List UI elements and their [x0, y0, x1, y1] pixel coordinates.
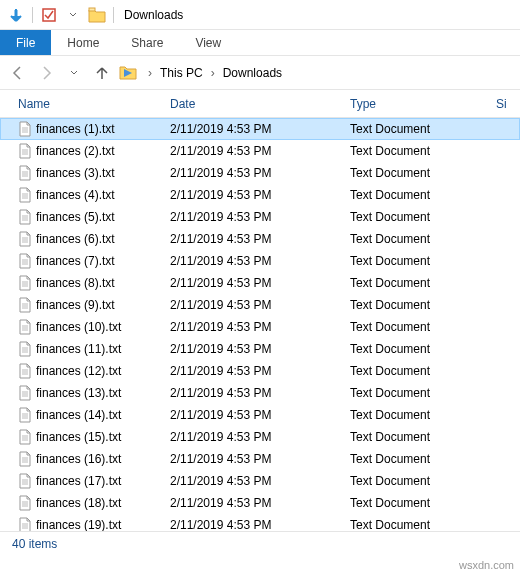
column-date[interactable]: Date: [170, 97, 350, 111]
file-date: 2/11/2019 4:53 PM: [170, 452, 350, 466]
file-type: Text Document: [350, 474, 520, 488]
file-type: Text Document: [350, 320, 520, 334]
text-file-icon: [18, 473, 32, 489]
file-date: 2/11/2019 4:53 PM: [170, 320, 350, 334]
file-type: Text Document: [350, 232, 520, 246]
file-name: finances (2).txt: [36, 144, 115, 158]
chevron-down-icon[interactable]: [63, 5, 83, 25]
svg-rect-0: [43, 9, 55, 21]
file-date: 2/11/2019 4:53 PM: [170, 276, 350, 290]
text-file-icon: [18, 143, 32, 159]
file-date: 2/11/2019 4:53 PM: [170, 254, 350, 268]
text-file-icon: [18, 495, 32, 511]
table-row[interactable]: finances (10).txt2/11/2019 4:53 PMText D…: [0, 316, 520, 338]
file-date: 2/11/2019 4:53 PM: [170, 386, 350, 400]
tab-home[interactable]: Home: [51, 30, 115, 55]
ribbon-tabs: File Home Share View: [0, 30, 520, 56]
file-type: Text Document: [350, 364, 520, 378]
file-name: finances (4).txt: [36, 188, 115, 202]
table-row[interactable]: finances (12).txt2/11/2019 4:53 PMText D…: [0, 360, 520, 382]
file-date: 2/11/2019 4:53 PM: [170, 210, 350, 224]
back-button[interactable]: [6, 61, 30, 85]
watermark: wsxdn.com: [459, 559, 514, 571]
text-file-icon: [18, 275, 32, 291]
table-row[interactable]: finances (16).txt2/11/2019 4:53 PMText D…: [0, 448, 520, 470]
table-row[interactable]: finances (8).txt2/11/2019 4:53 PMText Do…: [0, 272, 520, 294]
table-row[interactable]: finances (15).txt2/11/2019 4:53 PMText D…: [0, 426, 520, 448]
column-type[interactable]: Type: [350, 97, 496, 111]
column-headers: Name Date Type Si: [0, 90, 520, 118]
file-type: Text Document: [350, 518, 520, 532]
table-row[interactable]: finances (9).txt2/11/2019 4:53 PMText Do…: [0, 294, 520, 316]
statusbar: 40 items: [0, 531, 520, 555]
properties-icon[interactable]: [39, 5, 59, 25]
table-row[interactable]: finances (4).txt2/11/2019 4:53 PMText Do…: [0, 184, 520, 206]
table-row[interactable]: finances (14).txt2/11/2019 4:53 PMText D…: [0, 404, 520, 426]
breadcrumb-this-pc[interactable]: This PC: [156, 64, 207, 82]
tab-view[interactable]: View: [179, 30, 237, 55]
text-file-icon: [18, 253, 32, 269]
table-row[interactable]: finances (1).txt2/11/2019 4:53 PMText Do…: [0, 118, 520, 140]
text-file-icon: [18, 209, 32, 225]
text-file-icon: [18, 121, 32, 137]
chevron-right-icon[interactable]: ›: [146, 66, 154, 80]
up-button[interactable]: [90, 61, 114, 85]
file-type: Text Document: [350, 342, 520, 356]
file-name: finances (17).txt: [36, 474, 121, 488]
file-date: 2/11/2019 4:53 PM: [170, 430, 350, 444]
breadcrumb-downloads[interactable]: Downloads: [219, 64, 286, 82]
file-date: 2/11/2019 4:53 PM: [170, 166, 350, 180]
table-row[interactable]: finances (6).txt2/11/2019 4:53 PMText Do…: [0, 228, 520, 250]
file-name: finances (12).txt: [36, 364, 121, 378]
table-row[interactable]: finances (7).txt2/11/2019 4:53 PMText Do…: [0, 250, 520, 272]
column-size[interactable]: Si: [496, 97, 520, 111]
file-name: finances (15).txt: [36, 430, 121, 444]
titlebar: Downloads: [0, 0, 520, 30]
recent-dropdown-icon[interactable]: [62, 61, 86, 85]
file-type: Text Document: [350, 496, 520, 510]
breadcrumb: › This PC › Downloads: [146, 64, 286, 82]
tab-file[interactable]: File: [0, 30, 51, 55]
file-type: Text Document: [350, 408, 520, 422]
file-name: finances (7).txt: [36, 254, 115, 268]
file-list: finances (1).txt2/11/2019 4:53 PMText Do…: [0, 118, 520, 558]
table-row[interactable]: finances (3).txt2/11/2019 4:53 PMText Do…: [0, 162, 520, 184]
column-name[interactable]: Name: [0, 97, 170, 111]
file-type: Text Document: [350, 276, 520, 290]
tab-share[interactable]: Share: [115, 30, 179, 55]
table-row[interactable]: finances (5).txt2/11/2019 4:53 PMText Do…: [0, 206, 520, 228]
forward-button[interactable]: [34, 61, 58, 85]
file-name: finances (9).txt: [36, 298, 115, 312]
chevron-right-icon[interactable]: ›: [209, 66, 217, 80]
text-file-icon: [18, 187, 32, 203]
text-file-icon: [18, 385, 32, 401]
text-file-icon: [18, 165, 32, 181]
down-arrow-icon[interactable]: [6, 5, 26, 25]
file-date: 2/11/2019 4:53 PM: [170, 144, 350, 158]
file-type: Text Document: [350, 188, 520, 202]
table-row[interactable]: finances (11).txt2/11/2019 4:53 PMText D…: [0, 338, 520, 360]
separator: [32, 7, 33, 23]
file-type: Text Document: [350, 122, 519, 136]
file-name: finances (10).txt: [36, 320, 121, 334]
separator: [113, 7, 114, 23]
file-date: 2/11/2019 4:53 PM: [170, 298, 350, 312]
file-type: Text Document: [350, 144, 520, 158]
file-date: 2/11/2019 4:53 PM: [170, 232, 350, 246]
table-row[interactable]: finances (18).txt2/11/2019 4:53 PMText D…: [0, 492, 520, 514]
file-name: finances (14).txt: [36, 408, 121, 422]
address-bar: › This PC › Downloads: [0, 56, 520, 90]
file-type: Text Document: [350, 298, 520, 312]
location-icon[interactable]: [118, 63, 138, 83]
table-row[interactable]: finances (13).txt2/11/2019 4:53 PMText D…: [0, 382, 520, 404]
text-file-icon: [18, 231, 32, 247]
file-name: finances (16).txt: [36, 452, 121, 466]
table-row[interactable]: finances (17).txt2/11/2019 4:53 PMText D…: [0, 470, 520, 492]
file-date: 2/11/2019 4:53 PM: [170, 496, 350, 510]
file-name: finances (3).txt: [36, 166, 115, 180]
file-type: Text Document: [350, 166, 520, 180]
table-row[interactable]: finances (2).txt2/11/2019 4:53 PMText Do…: [0, 140, 520, 162]
file-type: Text Document: [350, 254, 520, 268]
file-name: finances (11).txt: [36, 342, 121, 356]
text-file-icon: [18, 451, 32, 467]
